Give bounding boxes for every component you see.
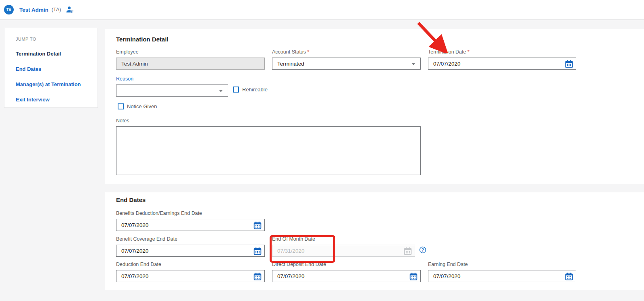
account-status-select[interactable] (272, 58, 421, 70)
user-code: (TA) (52, 7, 61, 12)
section-title-termination-detail: Termination Detail (116, 36, 168, 43)
svg-text:?: ? (422, 248, 424, 252)
top-header: TA Test Admin (TA) (0, 0, 644, 20)
calendar-icon[interactable] (565, 60, 573, 68)
earning-end-field[interactable] (428, 270, 576, 282)
section-title-end-dates: End Dates (116, 196, 145, 203)
employee-field (116, 58, 265, 70)
benefits-deduction-field[interactable] (116, 219, 265, 231)
notice-given-checkbox[interactable] (118, 103, 124, 109)
account-status-value[interactable] (272, 58, 420, 69)
earning-end-label: Earning End Date (428, 262, 576, 267)
calendar-icon[interactable] (253, 221, 262, 229)
benefits-deduction-label: Benefits Deduction/Earnings End Date (116, 210, 265, 216)
employee-input (116, 58, 264, 69)
chevron-down-icon (219, 90, 223, 92)
calendar-icon-disabled (404, 247, 412, 255)
rehireable-checkbox[interactable] (233, 87, 239, 93)
reason-label: Reason (116, 76, 228, 82)
deduction-end-input[interactable] (116, 270, 264, 282)
direct-deposit-end-field[interactable] (272, 270, 421, 282)
jump-to-title: JUMP TO (16, 37, 98, 41)
calendar-icon[interactable] (409, 272, 418, 280)
sidebar-item-managers-at-termination[interactable]: Manager(s) at Termination (16, 81, 98, 87)
benefit-coverage-input[interactable] (116, 245, 264, 256)
end-of-month-input (272, 245, 415, 256)
calendar-icon[interactable] (565, 272, 573, 280)
benefit-coverage-label: Benefit Coverage End Date (116, 236, 265, 242)
jump-to-panel: JUMP TO Termination Detail End Dates Man… (4, 28, 98, 108)
notes-textarea[interactable] (116, 126, 421, 175)
avatar[interactable]: TA (4, 5, 14, 14)
benefits-deduction-input[interactable] (116, 219, 264, 231)
end-of-month-label: End Of Month Date (272, 236, 415, 242)
sidebar-item-exit-interview[interactable]: Exit Interview (16, 97, 98, 103)
notes-label: Notes (116, 118, 421, 124)
termination-date-field[interactable] (428, 58, 576, 70)
benefit-coverage-field[interactable] (116, 245, 265, 257)
deduction-end-field[interactable] (116, 270, 265, 282)
account-status-label: Account Status * (272, 49, 421, 55)
direct-deposit-end-label: Direct Deposit End Date (272, 262, 421, 267)
employee-label: Employee (116, 49, 265, 55)
sidebar-item-end-dates[interactable]: End Dates (16, 66, 98, 72)
required-asterisk: * (467, 49, 469, 55)
reason-select[interactable] (116, 85, 228, 97)
termination-date-label: Termination Date * (428, 49, 576, 55)
deduction-end-label: Deduction End Date (116, 262, 265, 267)
earning-end-input[interactable] (428, 270, 576, 282)
direct-deposit-end-input[interactable] (272, 270, 420, 282)
person-attach-icon[interactable] (66, 6, 74, 14)
rehireable-label: Rehireable (242, 87, 268, 93)
calendar-icon[interactable] (253, 247, 262, 255)
required-asterisk: * (307, 49, 310, 55)
sidebar-item-termination-detail[interactable]: Termination Detail (16, 51, 98, 57)
notice-given-label: Notice Given (127, 103, 157, 109)
termination-detail-section: Termination Detail Employee Account Stat… (105, 29, 644, 184)
help-icon[interactable]: ? (419, 246, 426, 255)
end-of-month-field (272, 245, 415, 257)
chevron-down-icon (411, 63, 415, 65)
end-dates-section: End Dates Benefits Deduction/Earnings En… (105, 192, 644, 290)
user-name-link[interactable]: Test Admin (19, 7, 48, 13)
termination-date-input[interactable] (428, 58, 576, 69)
calendar-icon[interactable] (253, 272, 262, 280)
reason-value[interactable] (116, 85, 228, 96)
